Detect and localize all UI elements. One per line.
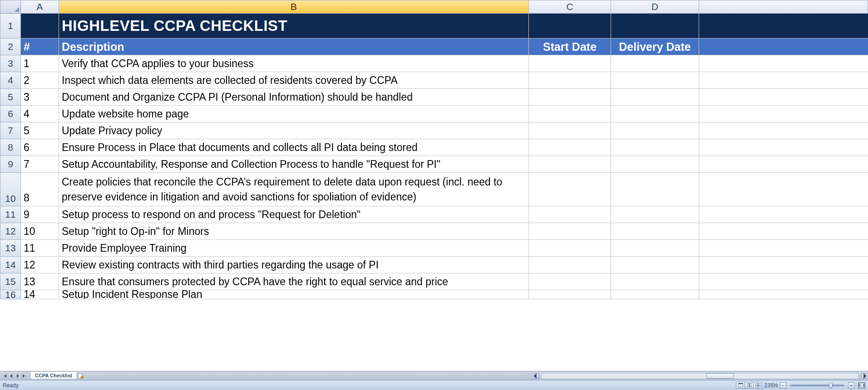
- row-header[interactable]: 11: [0, 206, 21, 223]
- cell[interactable]: [699, 240, 868, 257]
- cell-start[interactable]: [529, 257, 611, 273]
- cell-num[interactable]: 9: [21, 206, 59, 223]
- insert-sheet-icon[interactable]: [78, 373, 84, 379]
- cell-desc[interactable]: Ensure Process in Place that documents a…: [59, 139, 529, 156]
- cell-num[interactable]: 1: [21, 55, 59, 72]
- cell-num[interactable]: 7: [21, 156, 59, 173]
- cell-desc[interactable]: Setup process to respond on and process …: [59, 206, 529, 223]
- cell-num[interactable]: 11: [21, 240, 59, 257]
- cell-start[interactable]: [529, 206, 611, 223]
- row-header[interactable]: 9: [0, 156, 21, 173]
- cell-delivery[interactable]: [611, 156, 699, 173]
- cell[interactable]: [699, 273, 868, 290]
- zoom-in-button[interactable]: +: [848, 382, 854, 389]
- cell-start[interactable]: [529, 55, 611, 72]
- cell-start[interactable]: [529, 89, 611, 106]
- cell-num[interactable]: 4: [21, 106, 59, 122]
- cell-delivery[interactable]: [611, 55, 699, 72]
- cell-desc[interactable]: Setup "right to Op-in" for Minors: [59, 223, 529, 240]
- col-header-D[interactable]: D: [611, 0, 699, 14]
- cell-desc[interactable]: Setup Incident Response Plan: [59, 290, 529, 299]
- cell-delivery[interactable]: [611, 290, 699, 299]
- cell-desc[interactable]: Verify that CCPA applies to your busines…: [59, 55, 529, 72]
- header-delivery-date[interactable]: Delivery Date: [611, 39, 699, 55]
- cell-delivery[interactable]: [611, 273, 699, 290]
- row-header[interactable]: 7: [0, 122, 21, 139]
- cell-delivery[interactable]: [611, 139, 699, 156]
- cell-num[interactable]: 10: [21, 223, 59, 240]
- cell-start[interactable]: [529, 106, 611, 122]
- row-header[interactable]: 13: [0, 240, 21, 257]
- hscroll-thumb[interactable]: [706, 373, 734, 379]
- row-header[interactable]: 14: [0, 257, 21, 273]
- hscroll-track[interactable]: [541, 373, 859, 379]
- cell-desc[interactable]: Inspect which data elements are collecte…: [59, 72, 529, 89]
- cell-delivery[interactable]: [611, 72, 699, 89]
- row-header[interactable]: 12: [0, 223, 21, 240]
- header-start-date[interactable]: Start Date: [529, 39, 611, 55]
- cell-start[interactable]: [529, 173, 611, 206]
- cell-desc[interactable]: Create policies that reconcile the CCPA’…: [59, 173, 529, 206]
- hscroll-left-icon[interactable]: [532, 373, 538, 379]
- cell-start[interactable]: [529, 290, 611, 299]
- row-header[interactable]: 6: [0, 106, 21, 122]
- cell-delivery[interactable]: [611, 223, 699, 240]
- cell[interactable]: [699, 55, 868, 72]
- col-header-A[interactable]: A: [21, 0, 59, 14]
- zoom-out-button[interactable]: −: [780, 382, 786, 389]
- view-page-break-icon[interactable]: [753, 382, 762, 389]
- title-cell[interactable]: HIGHLEVEL CCPA CHECKLIST: [59, 14, 529, 39]
- row-header[interactable]: 8: [0, 139, 21, 156]
- cell-delivery[interactable]: [611, 89, 699, 106]
- fullscreen-icon[interactable]: [858, 382, 865, 389]
- cell-desc[interactable]: Setup Accountability, Response and Colle…: [59, 156, 529, 173]
- cell-num[interactable]: 6: [21, 139, 59, 156]
- view-page-layout-icon[interactable]: [745, 382, 754, 389]
- tab-prev-icon[interactable]: [8, 373, 15, 379]
- zoom-thumb[interactable]: [829, 383, 833, 388]
- row-header[interactable]: 15: [0, 273, 21, 290]
- row-header[interactable]: 3: [0, 55, 21, 72]
- cell[interactable]: [699, 89, 868, 106]
- cell-start[interactable]: [529, 156, 611, 173]
- select-all-corner[interactable]: [0, 0, 21, 14]
- cell[interactable]: [699, 206, 868, 223]
- zoom-slider[interactable]: [790, 385, 844, 386]
- cell-start[interactable]: [529, 223, 611, 240]
- col-header-B[interactable]: B: [59, 0, 529, 14]
- tab-last-icon[interactable]: [21, 373, 27, 379]
- cell-start[interactable]: [529, 139, 611, 156]
- cell-delivery[interactable]: [611, 173, 699, 206]
- row-header[interactable]: 16: [0, 290, 21, 299]
- cell[interactable]: [529, 14, 611, 39]
- row-header[interactable]: 10: [0, 173, 21, 206]
- cell[interactable]: [699, 39, 868, 55]
- cell[interactable]: [699, 139, 868, 156]
- cell-num[interactable]: 12: [21, 257, 59, 273]
- cell[interactable]: [699, 122, 868, 139]
- cell-start[interactable]: [529, 273, 611, 290]
- hscroll-right-icon[interactable]: [862, 373, 868, 379]
- cell-start[interactable]: [529, 122, 611, 139]
- row-header[interactable]: 4: [0, 72, 21, 89]
- cell-num[interactable]: 8: [21, 173, 59, 206]
- cell-desc[interactable]: Update Privacy policy: [59, 122, 529, 139]
- cell-num[interactable]: 13: [21, 273, 59, 290]
- cell-delivery[interactable]: [611, 106, 699, 122]
- cell-desc[interactable]: Document and Organize CCPA PI (Personal …: [59, 89, 529, 106]
- cell[interactable]: [699, 106, 868, 122]
- cell-start[interactable]: [529, 240, 611, 257]
- cell-num[interactable]: 3: [21, 89, 59, 106]
- cell-num[interactable]: 5: [21, 122, 59, 139]
- cell-num[interactable]: 14: [21, 290, 59, 299]
- cell-desc[interactable]: Ensure that consumers protected by CCPA …: [59, 273, 529, 290]
- cell[interactable]: [699, 290, 868, 299]
- cell[interactable]: [699, 72, 868, 89]
- cell-delivery[interactable]: [611, 257, 699, 273]
- view-normal-icon[interactable]: [736, 382, 745, 389]
- row-header[interactable]: 2: [0, 39, 21, 55]
- cell[interactable]: [699, 156, 868, 173]
- cell-desc[interactable]: Provide Employee Training: [59, 240, 529, 257]
- cell-desc[interactable]: Update website home page: [59, 106, 529, 122]
- cell[interactable]: [699, 223, 868, 240]
